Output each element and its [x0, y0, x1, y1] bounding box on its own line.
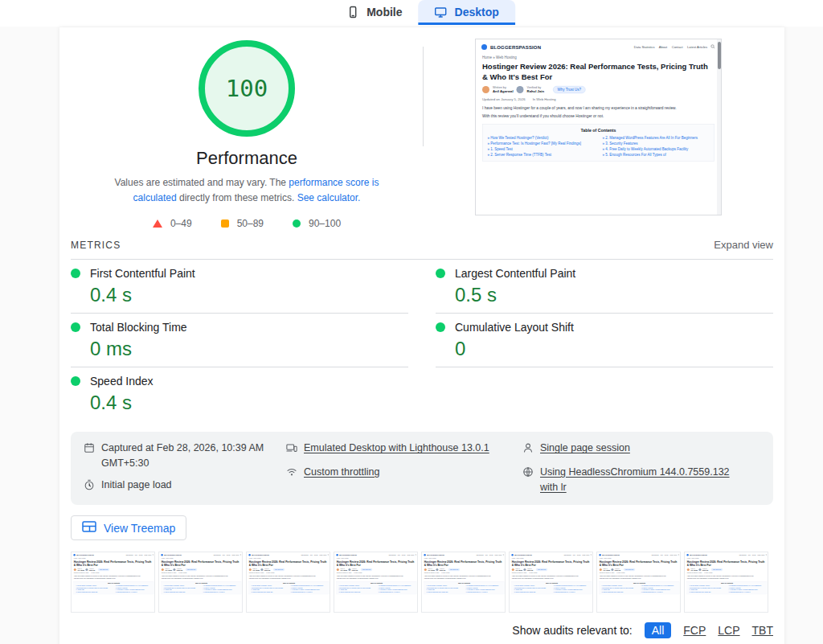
- audit-chip-tbt[interactable]: TBT: [752, 624, 773, 637]
- updated-date: Updated on January 5, 2026: [482, 97, 526, 101]
- page-preview-content: BLOGGERSPASSION Data Statistics About Co…: [159, 552, 243, 613]
- view-treemap-button[interactable]: View Treemap: [71, 515, 186, 540]
- capture-column-2: Emulated Desktop with Lighthouse 13.0.1 …: [286, 441, 522, 494]
- metrics-header: METRICS Expand view: [71, 239, 773, 260]
- metric-name: Cumulative Layout Shift: [455, 321, 574, 334]
- toc-column-left: How We Tested Hostinger? (Verdict) Perfo…: [689, 585, 726, 593]
- toc-column-right: 2. Managed WordPress Features Are All In…: [378, 585, 415, 593]
- toc-link: 2. Server Response Time (TTFB) Test: [163, 592, 200, 593]
- preview-toc: Table of Contents How We Tested Hostinge…: [512, 582, 592, 595]
- preview-site-name: BLOGGERSPASSION: [427, 555, 444, 556]
- metric-tbt: Total Blocking Time 0 ms: [71, 314, 408, 367]
- search-icon: [240, 554, 241, 556]
- toc-link: 5. Enough Resources For All Types of: [290, 592, 327, 593]
- legend-average-range: 50–89: [237, 218, 264, 229]
- emulated-device[interactable]: Emulated Desktop with Lighthouse 13.0.1: [286, 441, 522, 458]
- search-icon: [327, 554, 329, 556]
- audit-chip-all[interactable]: All: [645, 622, 672, 638]
- pass-dot-icon: [71, 322, 80, 332]
- toc-column-left: How We Tested Hostinger? (Verdict) Perfo…: [163, 585, 200, 593]
- author-2: Verified by Rahul Jain: [177, 568, 182, 571]
- preview-site-logo-icon: [686, 555, 688, 556]
- toc-column-left: How We Tested Hostinger? (Verdict) Perfo…: [338, 585, 375, 593]
- toc-link: 5. Enough Resources For All Types of: [553, 592, 590, 593]
- toc-link: 2. Server Response Time (TTFB) Test: [338, 592, 375, 593]
- session-type[interactable]: Single page session: [522, 441, 760, 458]
- filmstrip-frame: BLOGGERSPASSION Data Statistics About Co…: [246, 552, 330, 613]
- trust-pill: Why Trust Us?: [98, 568, 109, 571]
- metric-value: 0: [455, 338, 773, 360]
- author-1: Written by Anil Agarwal: [165, 568, 172, 571]
- expand-view-button[interactable]: Expand view: [714, 239, 773, 251]
- author-name: Anil Agarwal: [493, 89, 514, 93]
- page-preview[interactable]: BLOGGERSPASSION Data Statistics About Co…: [475, 39, 722, 215]
- legend-average: 50–89: [221, 218, 264, 229]
- filmstrip-frame: BLOGGERSPASSION Data Statistics About Co…: [684, 552, 768, 613]
- preview-site-logo-icon: [424, 555, 425, 556]
- preview-paragraph: With this review you'll understand if yo…: [510, 577, 593, 580]
- trust-pill: Why Trust Us?: [273, 568, 285, 571]
- toc-column-left: How We Tested Hostinger? (Verdict) Perfo…: [76, 585, 113, 593]
- preview-site-nav: Data Statistics About Contact Latest Art…: [477, 555, 502, 556]
- audit-filter-label: Show audits relevant to:: [512, 624, 632, 637]
- toc-link: How We Tested Hostinger? (Verdict): [488, 134, 595, 140]
- toc-link: 5. Enough Resources For All Types of: [641, 592, 678, 593]
- toc-column-left: How We Tested Hostinger? (Verdict) Perfo…: [514, 585, 551, 593]
- score-value: 100: [226, 75, 268, 102]
- devices-icon: [286, 441, 297, 458]
- toc-column-right: 2. Managed WordPress Features Are All In…: [603, 134, 710, 158]
- page-preview-content: BLOGGERSPASSION Data Statistics About Co…: [685, 552, 768, 613]
- filmstrip-frame: BLOGGERSPASSION Data Statistics About Co…: [509, 552, 593, 613]
- preview-site-name: BLOGGERSPASSION: [76, 555, 94, 556]
- preview-site-name: BLOGGERSPASSION: [602, 555, 620, 556]
- author-1: Written by Anil Agarwal: [428, 568, 435, 571]
- tab-desktop[interactable]: Desktop: [419, 0, 515, 25]
- author-1: Written by Anil Agarwal: [493, 86, 514, 94]
- search-icon: [152, 554, 154, 556]
- toc-column-right: 2. Managed WordPress Features Are All In…: [728, 585, 765, 593]
- throttling-icon: [286, 465, 297, 482]
- audit-chip-fcp[interactable]: FCP: [683, 624, 706, 637]
- tab-mobile[interactable]: Mobile: [330, 0, 418, 25]
- toc-column-right: 2. Managed WordPress Features Are All In…: [465, 585, 502, 593]
- preview-site-name: BLOGGERSPASSION: [252, 555, 269, 556]
- metric-fcp: First Contentful Paint 0.4 s: [71, 260, 408, 314]
- metric-lcp: Largest Contentful Paint 0.5 s: [436, 260, 773, 314]
- lighthouse-report-card: 100 Performance Values are estimated and…: [59, 27, 784, 644]
- metrics-grid: First Contentful Paint 0.4 s Largest Con…: [71, 260, 773, 420]
- preview-site-nav: Data Statistics About Contact Latest Art…: [389, 555, 414, 556]
- see-calculator-link[interactable]: See calculator.: [297, 192, 361, 203]
- metric-name: Total Blocking Time: [90, 321, 187, 334]
- page-preview-content: BLOGGERSPASSION Data Statistics About Co…: [476, 39, 721, 215]
- page-preview-content: BLOGGERSPASSION Data Statistics About Co…: [510, 552, 593, 613]
- filmstrip-frame: BLOGGERSPASSION Data Statistics About Co…: [596, 552, 681, 613]
- toc-column-right: 2. Managed WordPress Features Are All In…: [203, 585, 240, 593]
- preview-paragraph: With this review you'll understand if yo…: [422, 577, 506, 580]
- toc-link: 2. Server Response Time (TTFB) Test: [488, 152, 595, 158]
- custom-throttling[interactable]: Custom throttling: [286, 465, 522, 482]
- filmstrip: BLOGGERSPASSION Data Statistics About Co…: [71, 552, 773, 613]
- page-preview-content: BLOGGERSPASSION Data Statistics About Co…: [334, 552, 418, 613]
- author-2: Verified by Rahul Jain: [527, 86, 544, 94]
- preview-toc: Table of Contents How We Tested Hostinge…: [74, 582, 154, 595]
- author-name: Rahul Jain: [527, 89, 544, 93]
- view-treemap-label: View Treemap: [104, 522, 175, 535]
- author-2: Verified by Rahul Jain: [527, 568, 533, 571]
- toc-link: 2. Server Response Time (TTFB) Test: [426, 592, 463, 593]
- toc-column-left: How We Tested Hostinger? (Verdict) Perfo…: [488, 134, 595, 158]
- metric-name: First Contentful Paint: [90, 267, 195, 280]
- tab-mobile-label: Mobile: [366, 6, 402, 18]
- score-section: 100 Performance Values are estimated and…: [71, 27, 773, 229]
- preview-site-nav: Data Statistics About Contact Latest Art…: [301, 555, 326, 556]
- metric-value: 0.5 s: [455, 284, 773, 306]
- preview-toc: Table of Contents How We Tested Hostinge…: [337, 582, 416, 595]
- filmstrip-frame: BLOGGERSPASSION Data Statistics About Co…: [421, 552, 506, 613]
- preview-paragraph: I have been using Hostinger for a couple…: [476, 102, 721, 110]
- audit-chip-lcp[interactable]: LCP: [718, 624, 739, 637]
- browser-version[interactable]: Using HeadlessChromium 144.0.7559.132 wi…: [522, 465, 760, 495]
- disclaimer-text: Values are estimated and may vary. The: [115, 177, 289, 188]
- toc-link: 2. Server Response Time (TTFB) Test: [251, 592, 288, 593]
- page-preview-content: BLOGGERSPASSION Data Statistics About Co…: [422, 552, 506, 613]
- trust-pill: Why Trust Us?: [361, 568, 372, 571]
- preview-column: BLOGGERSPASSION Data Statistics About Co…: [424, 37, 773, 229]
